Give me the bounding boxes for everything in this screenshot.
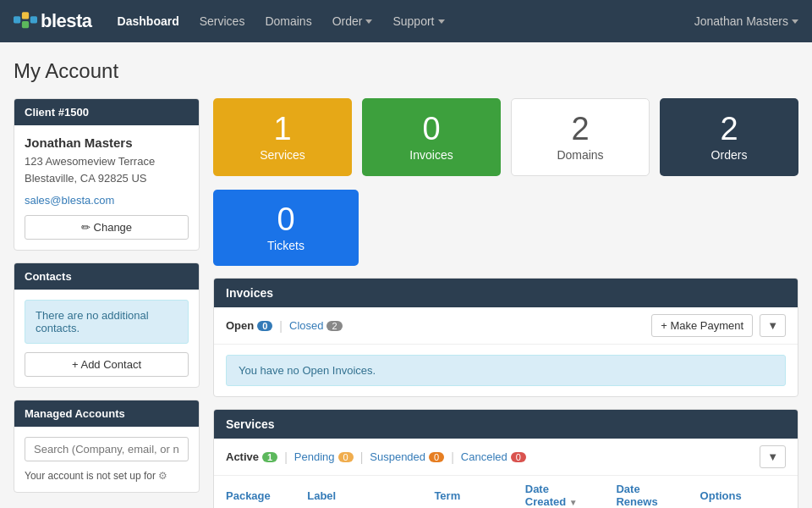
client-card-body: Jonathan Masters 123 Awesomeview Terrace… [14, 125, 199, 250]
invoice-actions: + Make Payment ▼ [651, 314, 786, 337]
col-date-created[interactable]: Date Created ▼ [513, 476, 605, 508]
col-options: Options [689, 476, 798, 508]
orders-label: Orders [711, 148, 748, 162]
orders-count: 2 [720, 113, 738, 145]
open-badge: 0 [257, 321, 272, 331]
page-title: My Account [14, 59, 798, 83]
invoices-label: Invoices [409, 148, 453, 162]
brand-name: blesta [41, 10, 92, 32]
services-label: Services [260, 148, 305, 162]
sidebar: Client #1500 Jonathan Masters 123 Awesom… [14, 98, 200, 505]
services-tabs: Active 1 | Pending 0 | Suspended 0 [214, 439, 798, 476]
active-badge: 1 [262, 452, 277, 462]
stab-suspended[interactable]: Suspended 0 [370, 450, 444, 463]
main-content: 1 Services 0 Invoices 2 Domains 2 Orders [213, 98, 798, 508]
stab-pending[interactable]: Pending 0 [294, 450, 354, 463]
pending-badge: 0 [338, 452, 354, 462]
services-tab-links: Active 1 | Pending 0 | Suspended 0 [226, 450, 526, 464]
invoice-tabs: Open 0 | Closed 2 + Make Payment [214, 307, 798, 345]
nav-services[interactable]: Services [191, 9, 254, 33]
main-layout: Client #1500 Jonathan Masters 123 Awesom… [14, 98, 798, 508]
tab-divider: | [279, 319, 283, 333]
invoices-section-header: Invoices [214, 279, 798, 307]
managed-accounts-card: Managed Accounts Your account is not set… [14, 400, 200, 493]
svg-rect-3 [22, 21, 29, 28]
gear-icon: ⚙ [158, 470, 167, 482]
domains-label: Domains [557, 148, 603, 162]
stab-canceled[interactable]: Canceled 0 [461, 450, 526, 463]
managed-accounts-header: Managed Accounts [14, 400, 199, 427]
managed-search-input[interactable] [25, 437, 189, 461]
nav-order[interactable]: Order [324, 9, 381, 33]
services-section-header: Services [214, 410, 798, 439]
make-payment-button[interactable]: + Make Payment [651, 314, 753, 337]
tickets-label: Tickets [267, 239, 304, 252]
services-filter-button[interactable]: ▼ [760, 445, 786, 468]
change-button[interactable]: ✏ Change [25, 215, 189, 240]
invoices-card: Invoices Open 0 | Closed 2 [213, 278, 798, 397]
contacts-card-body: There are no additional contacts. + Add … [14, 290, 199, 387]
order-caret [365, 19, 372, 24]
nav-dashboard[interactable]: Dashboard [109, 9, 188, 33]
stat-tickets-row: 0 Tickets [213, 190, 798, 266]
stat-invoices[interactable]: 0 Invoices [362, 98, 501, 176]
tickets-count: 0 [277, 203, 294, 235]
stat-boxes: 1 Services 0 Invoices 2 Domains 2 Orders [213, 98, 798, 176]
tab-closed[interactable]: Closed 2 [289, 319, 343, 332]
managed-accounts-body: Your account is not set up for ⚙ [14, 427, 199, 492]
services-table: Package Label Term Date Created ▼ Date R… [214, 476, 798, 508]
client-name: Jonathan Masters [25, 135, 189, 150]
stat-domains[interactable]: 2 Domains [511, 98, 650, 176]
address-line1: 123 Awesomeview Terrace [25, 155, 155, 168]
page-container: My Account Client #1500 Jonathan Masters… [0, 42, 812, 508]
invoice-tab-links: Open 0 | Closed 2 [226, 319, 343, 333]
user-menu[interactable]: Jonathan Masters [694, 14, 798, 28]
nav-domains[interactable]: Domains [256, 9, 320, 33]
col-label[interactable]: Label [295, 476, 422, 508]
managed-msg: Your account is not set up for ⚙ [25, 470, 189, 482]
brand-logo[interactable]: blesta [14, 10, 92, 32]
contacts-card-header: Contacts [14, 263, 199, 290]
support-caret [438, 19, 445, 24]
services-filter-icon: ▼ [767, 450, 778, 463]
user-caret [792, 19, 798, 24]
services-card: Services Active 1 | Pending 0 | [213, 409, 798, 508]
services-count: 1 [273, 113, 291, 145]
address-line2: Blestaville, CA 92825 US [25, 172, 147, 185]
table-header-row: Package Label Term Date Created ▼ Date R… [214, 476, 798, 508]
nav-support[interactable]: Support [384, 9, 453, 33]
col-term[interactable]: Term [422, 476, 513, 508]
stat-tickets[interactable]: 0 Tickets [213, 190, 359, 266]
user-name: Jonathan Masters [694, 14, 788, 28]
stat-orders[interactable]: 2 Orders [660, 98, 798, 176]
filter-button[interactable]: ▼ [760, 314, 786, 337]
contacts-card: Contacts There are no additional contact… [14, 262, 200, 388]
col-package[interactable]: Package [214, 476, 295, 508]
tab-open[interactable]: Open 0 [226, 319, 272, 332]
svg-rect-0 [14, 16, 20, 23]
client-card: Client #1500 Jonathan Masters 123 Awesom… [14, 98, 200, 251]
stat-services[interactable]: 1 Services [213, 98, 352, 176]
client-email: sales@blesta.com [25, 193, 189, 207]
no-contacts-message: There are no additional contacts. [25, 300, 189, 344]
navbar: blesta Dashboard Services Domains Order … [0, 0, 812, 42]
no-invoices-message: You have no Open Invoices. [226, 355, 786, 386]
canceled-badge: 0 [511, 452, 526, 462]
client-card-header: Client #1500 [14, 99, 199, 125]
client-email-link[interactable]: sales@blesta.com [25, 194, 114, 207]
closed-badge: 2 [326, 321, 342, 331]
client-address: 123 Awesomeview Terrace Blestaville, CA … [25, 153, 189, 186]
nav-links: Dashboard Services Domains Order Support [109, 9, 453, 33]
sort-arrow: ▼ [569, 498, 578, 507]
suspended-badge: 0 [429, 452, 444, 462]
pencil-icon: ✏ [81, 221, 91, 234]
stab-active[interactable]: Active 1 [226, 450, 277, 463]
domains-count: 2 [571, 113, 589, 145]
add-contact-button[interactable]: + Add Contact [25, 352, 189, 377]
filter-icon: ▼ [767, 319, 778, 332]
col-date-renews[interactable]: Date Renews [604, 476, 688, 508]
invoices-count: 0 [422, 113, 440, 145]
svg-rect-1 [22, 12, 29, 19]
svg-rect-2 [30, 16, 37, 23]
